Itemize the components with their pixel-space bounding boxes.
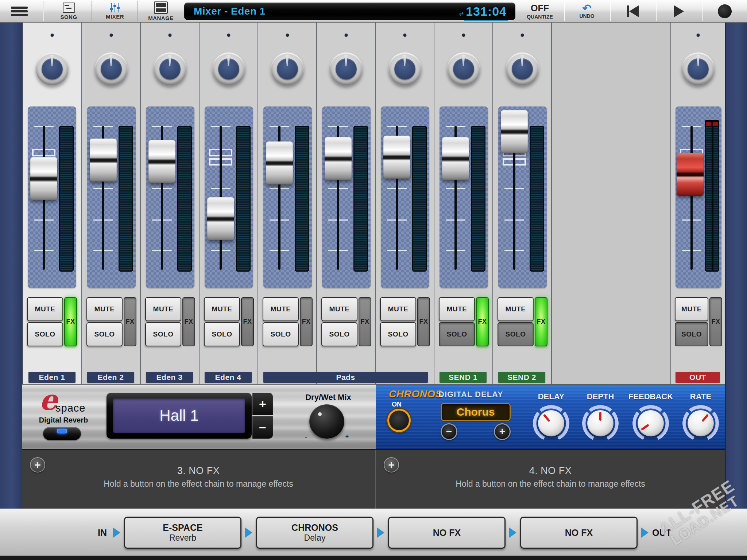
delay-preset-plus-button[interactable]: +	[494, 423, 511, 440]
espace-reverb-unit: e space Digital Reverb Hall 1 + − Dry/We…	[22, 385, 376, 449]
tab-manage[interactable]: MANAGE	[138, 1, 183, 21]
fx-button[interactable]: FX	[476, 297, 489, 346]
delay-power-button[interactable]	[387, 409, 411, 432]
fx-button[interactable]: FX	[182, 297, 195, 346]
fader-handle[interactable]	[325, 137, 352, 180]
lcd-display[interactable]: Mixer - Eden 1 ⇄ 131:04	[184, 3, 515, 20]
pan-knob[interactable]	[447, 52, 480, 85]
level-meter	[59, 126, 74, 272]
channel-label-send-2[interactable]: SEND 2	[498, 372, 545, 383]
mute-button[interactable]: MUTE	[86, 297, 123, 321]
channel-label-eden-2[interactable]: Eden 2	[87, 372, 134, 383]
mute-button[interactable]: MUTE	[675, 297, 708, 321]
fader-handle[interactable]	[501, 110, 528, 153]
fader-handle[interactable]	[30, 157, 57, 200]
solo-button[interactable]: SOLO	[380, 322, 416, 346]
pan-knob[interactable]	[388, 52, 421, 85]
chain-arrow-icon	[113, 528, 120, 538]
mute-button[interactable]: MUTE	[321, 297, 357, 321]
solo-button[interactable]: SOLO	[27, 322, 63, 346]
knob-body[interactable]	[638, 410, 664, 436]
solo-button[interactable]: SOLO	[204, 322, 240, 346]
pan-knob[interactable]	[95, 52, 128, 85]
mute-button[interactable]: MUTE	[380, 297, 416, 321]
solo-button[interactable]: SOLO	[439, 322, 475, 346]
record-button[interactable]	[703, 1, 747, 21]
pan-knob[interactable]	[682, 52, 715, 85]
reverb-power-button[interactable]	[43, 427, 81, 440]
channel-label-eden-3[interactable]: Eden 3	[146, 372, 193, 383]
rewind-button[interactable]	[611, 1, 655, 21]
chain-node-chronos[interactable]: CHRONOS Delay	[256, 517, 374, 549]
reverb-preset-plus-button[interactable]: +	[252, 393, 273, 415]
knob-min-mark: -	[305, 433, 307, 440]
fx-button[interactable]: FX	[124, 297, 136, 346]
play-button[interactable]	[657, 1, 701, 21]
delay-preset-minus-button[interactable]: −	[441, 423, 457, 440]
fx-button[interactable]: FX	[241, 297, 254, 346]
pan-knob[interactable]	[212, 52, 245, 85]
pan-knob[interactable]	[36, 52, 69, 85]
undo-button[interactable]: ↶ UNDO	[565, 1, 609, 21]
pan-knob[interactable]	[154, 52, 186, 85]
mute-button[interactable]: MUTE	[204, 297, 240, 321]
chain-node-espace[interactable]: E-SPACE Reverb	[124, 517, 241, 549]
solo-button[interactable]: SOLO	[321, 322, 357, 346]
solo-button[interactable]: SOLO	[263, 322, 299, 346]
delay-knob-label-delay: DELAY	[538, 392, 565, 401]
drywet-mix-knob[interactable]: - +	[309, 404, 344, 439]
channel-label-eden-1[interactable]: Eden 1	[28, 372, 76, 383]
knob-body[interactable]	[688, 410, 714, 436]
tab-song[interactable]: SONG	[46, 1, 92, 21]
fader-handle[interactable]	[677, 153, 704, 196]
mute-button[interactable]: MUTE	[263, 297, 299, 321]
mute-button[interactable]: MUTE	[439, 297, 475, 321]
reverb-preset-minus-button[interactable]: −	[252, 416, 273, 439]
fader-panel-texture	[28, 106, 76, 288]
channel-label-eden-4[interactable]: Eden 4	[205, 372, 252, 383]
effect-chain-bar: IN E-SPACE Reverb CHRONOS Delay NO FX NO…	[0, 509, 747, 556]
pan-knob[interactable]	[330, 52, 363, 85]
channel-strip-3: MUTESOLOFX	[140, 23, 199, 384]
mute-button[interactable]: MUTE	[145, 297, 181, 321]
song-arrangement-icon	[63, 3, 75, 13]
fader-handle[interactable]	[266, 141, 293, 184]
fader-handle[interactable]	[383, 136, 410, 179]
tab-mixer[interactable]: MIXER	[92, 1, 138, 21]
solo-button[interactable]: SOLO	[675, 322, 708, 346]
delay-preset-display[interactable]: Chorus	[441, 403, 511, 421]
fx-button[interactable]: FX	[417, 297, 430, 346]
chain-node-nofx-4[interactable]: NO FX	[520, 517, 638, 549]
pan-knob[interactable]	[271, 52, 304, 85]
fx-button[interactable]: FX	[359, 297, 371, 346]
fader-handle[interactable]	[442, 137, 469, 180]
pan-indicator-dot	[520, 34, 524, 37]
lcd-title: Mixer - Eden 1	[194, 5, 266, 17]
fader-handle[interactable]	[90, 139, 117, 182]
solo-button[interactable]: SOLO	[145, 322, 181, 346]
knob-body[interactable]	[587, 410, 614, 436]
channel-label-out[interactable]: OUT	[676, 372, 720, 383]
solo-button[interactable]: SOLO	[86, 322, 123, 346]
chain-node-subtitle: Reverb	[169, 533, 196, 542]
channel-label-pads[interactable]: Pads	[263, 372, 428, 383]
knob-max-mark: +	[345, 433, 349, 440]
pan-knob[interactable]	[506, 52, 539, 85]
reverb-preset-display[interactable]: Hall 1	[107, 393, 252, 439]
fader-track[interactable]	[690, 126, 693, 270]
fx-button[interactable]: FX	[300, 297, 313, 346]
solo-button[interactable]: SOLO	[498, 322, 534, 346]
fx-button[interactable]: FX	[64, 297, 77, 346]
mute-button[interactable]: MUTE	[27, 297, 63, 321]
fx-button[interactable]: FX	[709, 297, 722, 346]
fader-handle[interactable]	[148, 140, 175, 183]
chain-node-nofx-3[interactable]: NO FX	[388, 517, 506, 549]
menu-icon[interactable]	[11, 7, 28, 16]
fx-button[interactable]: FX	[535, 297, 547, 346]
quantize-button[interactable]: OFF QUANTIZE	[516, 1, 563, 21]
fader-handle[interactable]	[207, 197, 234, 240]
channel-label-send-1[interactable]: SEND 1	[440, 372, 487, 383]
level-meter	[295, 126, 309, 272]
knob-body[interactable]	[538, 410, 564, 436]
mute-button[interactable]: MUTE	[498, 297, 534, 321]
